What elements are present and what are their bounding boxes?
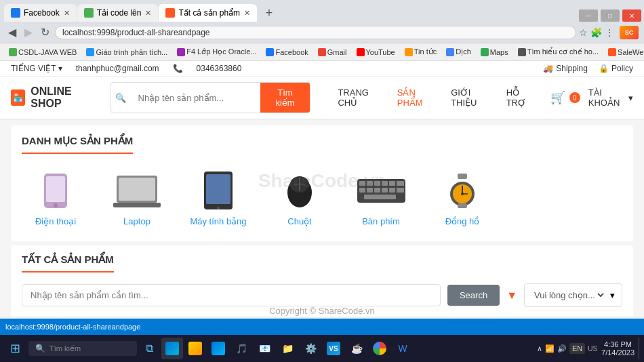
tab-close-facebook[interactable]: ✕ [64,9,70,18]
windows-logo: ⊞ [10,341,20,356]
youtube-icon [357,48,365,56]
svg-rect-1 [46,176,65,202]
tray-network-icon: 📶 [545,344,555,353]
product-search-button[interactable]: Search [447,285,500,306]
tab-close-shop[interactable]: ✕ [244,9,250,18]
taskbar-search[interactable]: 🔍 Tìm kiếm [28,341,137,356]
minimize-button[interactable]: ─ [579,9,598,22]
bookmark-giaotrinh[interactable]: Giáo trình phân tích... [83,47,171,57]
refresh-button[interactable]: ↻ [38,24,52,40]
filter-select[interactable]: Vui lòng chọn...Giá tăng dầnGiá giảm dần… [531,284,606,306]
menu-button[interactable]: ⋮ [605,27,614,38]
category-laptop[interactable]: Laptop [103,170,171,226]
taskview-button[interactable]: ⧉ [138,338,160,359]
lang-dropdown-icon: ▾ [58,64,62,73]
taskbar-app-3[interactable]: 📁 [277,338,298,359]
taskbar-search-label: Tìm kiếm [49,344,81,353]
svg-rect-22 [374,188,380,193]
bookmark-dich[interactable]: Dịch [443,47,475,57]
nav-sanpham[interactable]: SẢN PHẨM [397,87,437,108]
logo-icon: 🏪 [11,89,25,106]
svg-rect-23 [382,188,388,193]
chuot-image [273,170,327,211]
shipping-link[interactable]: 🚚 Shipping [543,64,588,73]
category-dienthoai[interactable]: Điện thoại [22,170,89,226]
tintuc-icon [405,48,413,56]
svg-rect-27 [458,174,467,179]
category-maytinhbang[interactable]: Máy tính bảng [184,170,252,226]
taskbar-app-w[interactable]: W [392,338,414,359]
bookmark-salewebdesign[interactable]: SaleWebDesign.Co... [605,47,644,57]
email-display: thanhphuc@gmail.com [76,64,159,73]
maximize-button[interactable]: □ [601,9,620,22]
back-button[interactable]: ◀ [5,24,19,40]
svg-rect-15 [367,181,373,186]
bookmark-youtube[interactable]: YouTube [353,47,399,57]
main-header: 🏪 ONLINE SHOP 🔍 Tìm kiếm TRANG CHỦ SẢN P… [0,77,644,120]
nav-gioithieu[interactable]: GIỚI THIỆU [451,87,492,108]
clock[interactable]: 4:36 PM 7/14/2023 [601,340,635,357]
tab-upload[interactable]: Tải code lên ✕ [77,4,159,22]
bookmark-facebook[interactable]: Facebook [262,47,311,57]
nav-hotro[interactable]: HỖ TRỢ [506,87,537,108]
tab-close-upload[interactable]: ✕ [145,9,151,18]
taskbar-app-store[interactable] [207,338,229,359]
bookmark-button[interactable]: ☆ [579,27,588,38]
account-button[interactable]: TÀI KHOẢN ▾ [588,87,633,108]
bookmark-gmail[interactable]: Gmail [315,47,350,57]
bookmark-dich-label: Dịch [456,47,471,56]
close-button[interactable]: ✕ [622,9,641,22]
language-selector[interactable]: TIẾNG VIỆT ▾ [11,64,62,73]
svg-rect-7 [206,174,230,204]
donghoh-label: Đồng hồ [445,216,480,226]
header-search-button[interactable]: Tìm kiếm [260,83,310,113]
category-banphim[interactable]: Bàn phím [347,170,415,226]
csdl-icon [9,48,17,56]
gmail-icon [318,48,326,56]
header-search-input[interactable] [130,88,260,108]
bookmark-tintuc[interactable]: Tin tức [401,47,441,57]
taskbar-app-explorer[interactable] [184,338,206,359]
logo[interactable]: 🏪 ONLINE SHOP [11,85,97,110]
tab-facebook[interactable]: Facebook ✕ [4,4,77,22]
category-donghoh[interactable]: Đồng hồ [428,170,496,226]
bookmark-csdl[interactable]: CSDL-JAVA WEB [5,47,80,57]
laptop-image [110,170,164,211]
product-search-input[interactable] [22,284,441,306]
bookmark-youtube-label: YouTube [366,48,395,56]
svg-rect-14 [359,181,365,186]
taskbar-app-chrome[interactable] [369,338,390,359]
tab-shop[interactable]: Tất cả sản phẩm ✕ [159,4,257,22]
dienthoai-label: Điện thoại [35,216,76,226]
new-tab-button[interactable]: + [260,4,278,22]
bottom-bar-url: localhost:9998/product-all-shareandpage [5,323,140,331]
filter-icon: ▼ [506,289,517,302]
taskbar-app-vscode[interactable]: VS [323,338,344,359]
policy-link[interactable]: 🔒 Policy [599,64,633,73]
bookmark-cochehho[interactable]: Tìm hiểu cơ chế ho... [515,47,602,57]
start-button[interactable]: ⊞ [3,336,27,361]
address-bar[interactable]: localhost:9998/product-all-shareandpage [55,26,576,39]
nav-trangchu[interactable]: TRANG CHỦ [338,87,383,108]
taskbar-app-1[interactable]: 🎵 [230,338,252,359]
extensions-button[interactable]: 🧩 [590,27,602,38]
forward-button[interactable]: ▶ [22,24,35,40]
taskbar-app-4[interactable]: ⚙️ [300,338,321,359]
category-chuot[interactable]: Chuột [266,170,334,226]
cart-button[interactable]: 🛒 0 [550,90,580,105]
taskbar-app-java[interactable]: ☕ [346,338,367,359]
show-desktop-button[interactable] [639,338,641,359]
input-method-us: US [588,345,597,353]
tray-sound-icon: 🔊 [557,344,567,353]
bookmark-maps[interactable]: Maps [477,47,512,57]
taskbar-app-edge[interactable] [161,338,183,359]
tray-up-icon[interactable]: ∧ [537,344,542,353]
filter-select-wrapper[interactable]: Vui lòng chọn...Giá tăng dầnGiá giảm dần… [524,283,622,307]
bookmark-f4-label: F4 Lớp Học Oracle... [186,47,256,56]
categories-section: DANH MỤC SẢN PHẨM Điện thoại [11,125,633,241]
taskbar-app-2[interactable]: 📧 [254,338,275,359]
svg-rect-19 [397,181,404,186]
bookmark-f4[interactable]: F4 Lớp Học Oracle... [174,47,260,57]
lang-indicator: EN [569,343,585,354]
svg-rect-21 [367,188,373,193]
